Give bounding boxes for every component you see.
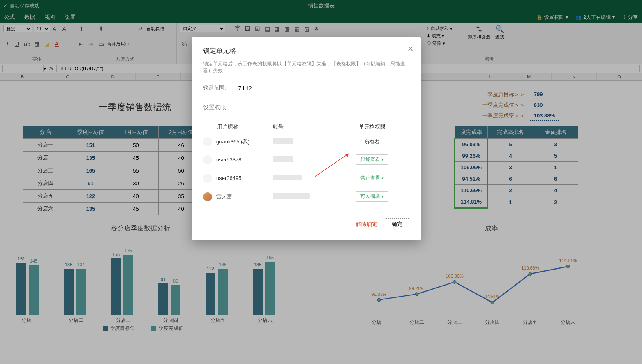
- permission-row: user36495禁止查看 ▾: [203, 169, 409, 187]
- permission-select[interactable]: 只能查看 ▾: [356, 154, 388, 165]
- caret-down-icon: ▾: [382, 176, 384, 180]
- permission-select[interactable]: 禁止查看 ▾: [356, 173, 388, 183]
- ok-button[interactable]: 确定: [385, 218, 409, 230]
- range-label: 锁定范围:: [203, 84, 226, 92]
- caret-down-icon: ▾: [382, 195, 384, 199]
- user-name: guanli365 (我): [216, 138, 250, 145]
- avatar: [203, 155, 212, 164]
- modal-title: 锁定单元格: [203, 47, 409, 55]
- account-redacted: [273, 193, 310, 199]
- account-redacted: [273, 138, 293, 144]
- range-input[interactable]: [232, 82, 409, 94]
- account-redacted: [273, 156, 293, 162]
- close-icon[interactable]: ✕: [407, 44, 413, 53]
- user-name: 雷大富: [216, 193, 232, 200]
- permission-select[interactable]: 可以编辑 ▾: [356, 191, 388, 202]
- modal-description: 锁定单元格后，该工作表的权限将以【单元格权限】为准，【表格权限】（可以编辑，只能…: [203, 60, 409, 74]
- avatar: [203, 174, 212, 183]
- avatar: [203, 137, 212, 146]
- permission-row: user53378只能查看 ▾: [203, 150, 409, 169]
- avatar: [203, 192, 212, 201]
- permission-row: guanli365 (我)所有者: [203, 133, 409, 150]
- permissions-header: 用户昵称 账号 单元格权限: [203, 121, 409, 133]
- user-name: user53378: [216, 157, 241, 163]
- user-name: user36495: [216, 175, 241, 181]
- permission-row: 雷大富可以编辑 ▾: [203, 187, 409, 206]
- caret-down-icon: ▾: [382, 158, 384, 162]
- unlock-button[interactable]: 解除锁定: [356, 221, 377, 228]
- lock-cells-modal: 锁定单元格 ✕ 锁定单元格后，该工作表的权限将以【单元格权限】为准，【表格权限】…: [192, 37, 421, 240]
- permissions-section-title: 设置权限: [203, 104, 409, 115]
- owner-label: 所有者: [365, 139, 379, 145]
- account-redacted: [273, 175, 302, 180]
